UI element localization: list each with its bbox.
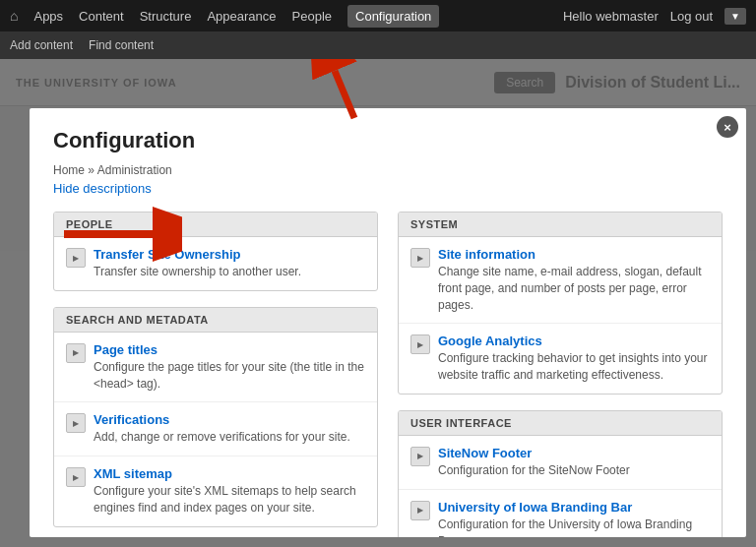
breadcrumb-separator: »: [88, 163, 94, 177]
background-page: The University of Iowa Search Division o…: [0, 59, 756, 547]
nav-people[interactable]: People: [292, 9, 332, 24]
page-titles-desc: Configure the page titles for your site …: [94, 359, 365, 393]
top-navigation: ⌂ Apps Content Structure Appearance Peop…: [0, 0, 756, 31]
add-content-link[interactable]: Add content: [10, 38, 73, 52]
xml-sitemap-icon: [66, 467, 86, 487]
config-nav-arrow: [305, 59, 384, 123]
page-titles-icon: [66, 343, 86, 363]
system-section-header: SYSTEM: [399, 213, 722, 237]
home-icon[interactable]: ⌂: [10, 8, 18, 24]
xml-sitemap-link[interactable]: XML sitemap: [94, 466, 172, 481]
sitenow-footer-item: SiteNow Footer Configuration for the Sit…: [399, 436, 722, 490]
hide-descriptions-link[interactable]: Hide descriptions: [53, 181, 152, 196]
google-analytics-icon: [410, 334, 430, 354]
dropdown-icon[interactable]: ▼: [724, 8, 746, 25]
xml-sitemap-desc: Configure your site's XML sitemaps to he…: [94, 483, 365, 517]
sub-navigation: Add content Find content: [0, 31, 756, 59]
nav-configuration[interactable]: Configuration: [347, 5, 439, 28]
iowa-branding-link[interactable]: University of Iowa Branding Bar: [438, 500, 632, 515]
nav-structure[interactable]: Structure: [140, 9, 192, 24]
site-information-item: Site information Change site name, e-mai…: [399, 237, 722, 324]
google-analytics-desc: Configure tracking behavior to get insig…: [438, 350, 710, 384]
nav-content[interactable]: Content: [79, 9, 124, 24]
site-information-desc: Change site name, e-mail address, slogan…: [438, 264, 710, 313]
user-interface-section: USER INTERFACE SiteNow Footer Configurat…: [398, 410, 723, 537]
iowa-branding-item: University of Iowa Branding Bar Configur…: [399, 490, 722, 537]
google-analytics-link[interactable]: Google Analytics: [438, 334, 542, 348]
verifications-icon: [66, 413, 86, 433]
nav-right: Hello webmaster Log out ▼: [563, 8, 746, 25]
breadcrumb-home[interactable]: Home: [53, 163, 85, 177]
page-titles-link[interactable]: Page titles: [94, 342, 158, 357]
page-titles-item: Page titles Configure the page titles fo…: [54, 333, 377, 403]
configuration-modal: × Configuration Home » Administration Hi…: [30, 108, 746, 537]
search-metadata-header: SEARCH AND METADATA: [54, 308, 377, 333]
close-button[interactable]: ×: [717, 116, 738, 138]
breadcrumb: Home » Administration: [53, 163, 723, 177]
verifications-link[interactable]: Verifications: [94, 412, 169, 427]
xml-sitemap-item: XML sitemap Configure your site's XML si…: [54, 456, 377, 526]
sitenow-footer-icon: [410, 447, 430, 466]
breadcrumb-admin[interactable]: Administration: [97, 163, 172, 177]
site-information-link[interactable]: Site information: [438, 247, 536, 262]
svg-line-1: [335, 71, 354, 118]
iowa-branding-icon: [410, 501, 430, 520]
transfer-arrow: [54, 205, 182, 264]
nav-apps[interactable]: Apps: [33, 9, 63, 24]
transfer-ownership-desc: Transfer site ownership to another user.: [94, 264, 301, 280]
system-section: SYSTEM Site information Change site name…: [398, 212, 723, 395]
verifications-desc: Add, change or remove verifications for …: [94, 429, 350, 446]
site-information-icon: [410, 248, 430, 268]
nav-appearance[interactable]: Appearance: [207, 9, 276, 24]
greeting-text: Hello webmaster: [563, 9, 659, 24]
find-content-link[interactable]: Find content: [89, 38, 154, 52]
verifications-item: Verifications Add, change or remove veri…: [54, 402, 377, 456]
user-interface-header: USER INTERFACE: [399, 411, 722, 436]
iowa-branding-desc: Configuration for the University of Iowa…: [438, 517, 710, 537]
right-column: SYSTEM Site information Change site name…: [398, 212, 723, 537]
search-metadata-section: SEARCH AND METADATA Page titles Configur…: [53, 307, 378, 527]
google-analytics-item: Google Analytics Configure tracking beha…: [399, 324, 722, 394]
logout-link[interactable]: Log out: [670, 9, 713, 24]
sitenow-footer-link[interactable]: SiteNow Footer: [438, 446, 532, 460]
modal-title: Configuration: [53, 128, 723, 153]
sitenow-footer-desc: Configuration for the SiteNow Footer: [438, 462, 630, 479]
